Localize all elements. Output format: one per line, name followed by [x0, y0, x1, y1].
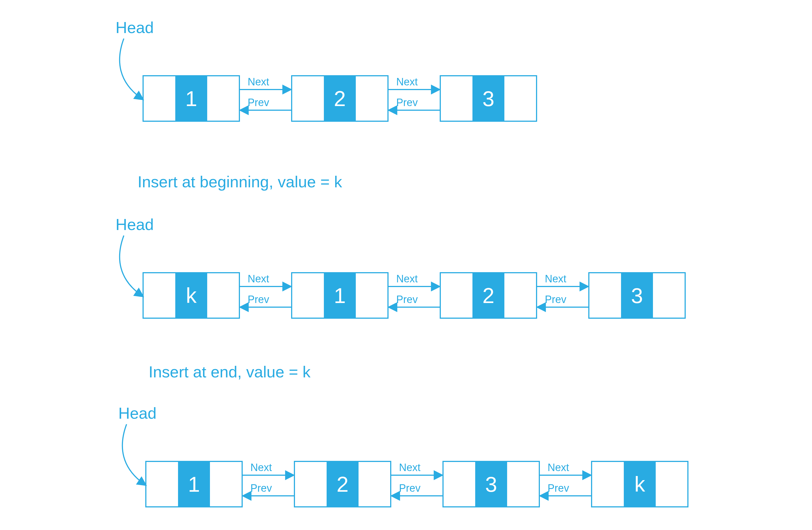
next-label: Next: [399, 462, 421, 473]
link: Next Prev: [539, 462, 592, 496]
link: Next Prev: [391, 462, 443, 496]
link: Next Prev: [388, 273, 440, 307]
node: 1: [143, 76, 240, 121]
next-label: Next: [248, 273, 270, 284]
prev-label: Prev: [399, 482, 420, 494]
node-value: 3: [485, 472, 497, 497]
node-value: k: [635, 472, 646, 497]
next-label: Next: [396, 76, 418, 88]
node-value: k: [186, 283, 197, 308]
prev-label: Prev: [396, 294, 418, 305]
caption-insert-end: Insert at end, value = k: [149, 363, 311, 381]
caption-insert-begin: Insert at beginning, value = k: [137, 173, 342, 191]
head-arrow-curve: [120, 236, 143, 296]
prev-label: Prev: [248, 97, 269, 108]
link: Next Prev: [242, 462, 294, 496]
node: k: [592, 461, 688, 507]
prev-label: Prev: [248, 294, 269, 305]
list-row-initial: 1 Next Prev 2 Next Prev 3: [143, 76, 537, 121]
prev-label: Prev: [396, 97, 418, 108]
node: 3: [440, 76, 537, 121]
prev-label: Prev: [545, 294, 566, 305]
link: Next Prev: [240, 76, 292, 110]
link: Next Prev: [537, 273, 589, 307]
node: 1: [146, 461, 242, 507]
node: 1: [292, 273, 388, 318]
list-row-insert-end: 1 Next Prev 2 Next Prev 3 Next Prev: [146, 461, 688, 507]
node: 2: [292, 76, 388, 121]
head-label: Head: [116, 215, 154, 233]
link: Next Prev: [388, 76, 440, 110]
node-value: 2: [334, 86, 346, 111]
node-value: 2: [482, 283, 494, 308]
next-label: Next: [250, 462, 272, 473]
node-value: 1: [185, 86, 197, 111]
prev-label: Prev: [250, 482, 272, 494]
head-label: Head: [118, 404, 157, 422]
head-label: Head: [116, 18, 154, 36]
node-value: 3: [482, 86, 494, 111]
node: 3: [589, 273, 685, 318]
next-label: Next: [548, 462, 569, 473]
link: Next Prev: [240, 273, 292, 307]
next-label: Next: [248, 76, 270, 88]
node-value: 3: [631, 283, 643, 308]
node-value: 1: [188, 472, 200, 497]
node-value: 2: [336, 472, 348, 497]
node-value: 1: [334, 283, 346, 308]
node: 2: [440, 273, 537, 318]
head-arrow-curve: [122, 424, 145, 485]
node: 2: [294, 461, 391, 507]
head-arrow-curve: [120, 39, 143, 99]
node: 3: [443, 461, 539, 507]
prev-label: Prev: [548, 482, 569, 494]
list-row-insert-begin: k Next Prev 1 Next Prev 2 Next Prev: [143, 273, 685, 318]
next-label: Next: [545, 273, 567, 284]
next-label: Next: [396, 273, 418, 284]
node: k: [143, 273, 240, 318]
